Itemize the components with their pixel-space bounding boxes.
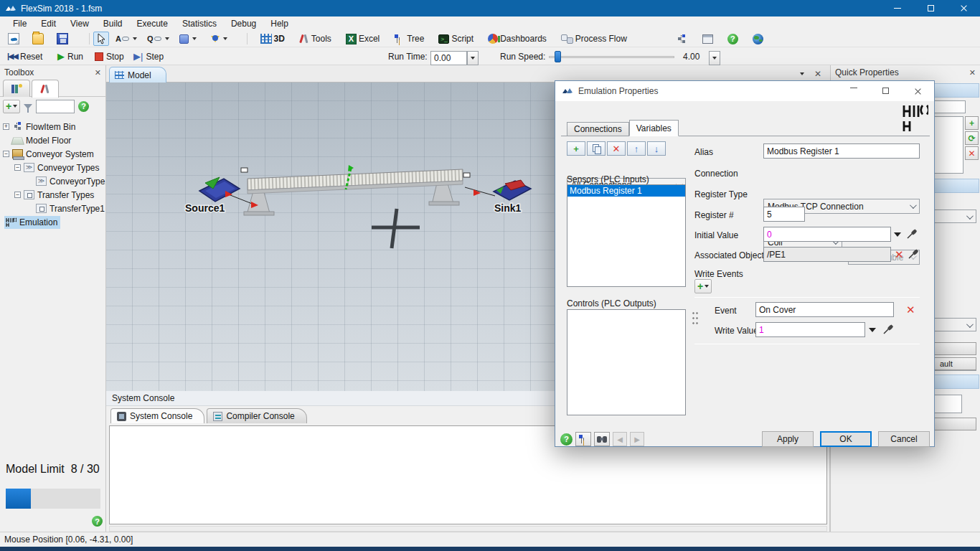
toolbox-tab-library[interactable] — [3, 80, 30, 97]
nav-back-button[interactable]: ◀ — [613, 432, 627, 446]
qp-delete-button[interactable]: ✕ — [965, 146, 979, 160]
tab-variables[interactable]: Variables — [629, 120, 679, 136]
event-input[interactable]: On Cover — [755, 302, 894, 317]
tree-item-transfer-types[interactable]: − Transfer Types — [0, 188, 105, 202]
tab-connections[interactable]: Connections — [567, 122, 629, 136]
conveyor[interactable] — [248, 169, 463, 194]
write-value-sampler-icon[interactable] — [882, 323, 895, 335]
reset-button[interactable]: |◀◀ Reset — [7, 47, 42, 65]
3d-view-button[interactable]: 3D — [257, 32, 288, 46]
help-button[interactable]: ? — [724, 32, 742, 46]
script-button[interactable]: >_ Script — [435, 32, 477, 46]
move-up-button[interactable]: ↑ — [627, 141, 646, 156]
find-button[interactable] — [594, 432, 610, 446]
run-time-input[interactable]: 0.00 — [430, 51, 467, 65]
expander-minus-icon[interactable]: − — [3, 151, 9, 157]
open-button[interactable] — [29, 32, 47, 46]
apply-button[interactable]: Apply — [762, 431, 814, 447]
menu-execute[interactable]: Execute — [130, 17, 175, 30]
expander-minus-icon[interactable]: − — [14, 192, 21, 198]
initial-value-dropdown-icon[interactable] — [894, 232, 901, 237]
sink1-object[interactable] — [465, 180, 531, 200]
copy-variable-button[interactable] — [587, 141, 606, 156]
move-down-button[interactable]: ↓ — [647, 141, 666, 156]
minimize-button[interactable] — [881, 0, 914, 17]
initial-value-input[interactable]: 0 — [763, 227, 891, 242]
tree-item-conveyor-types[interactable]: − ≫ Conveyor Types — [0, 161, 105, 174]
quick-properties-close-icon[interactable]: ✕ — [969, 68, 976, 77]
menu-build[interactable]: Build — [96, 17, 130, 30]
stop-button[interactable]: Stop — [95, 47, 124, 65]
tree-item-emulation[interactable]: Emulation — [0, 215, 105, 229]
maximize-button[interactable] — [914, 0, 947, 17]
register-number-input[interactable]: 5 — [763, 207, 805, 222]
controls-listbox[interactable] — [567, 309, 686, 415]
console-horizontal-scrollbar[interactable] — [109, 526, 827, 532]
tree-item-conveyor-system[interactable]: − Conveyor System — [0, 147, 105, 161]
online-content-button[interactable] — [749, 32, 767, 46]
connect-objects-button[interactable]: A — [112, 32, 141, 46]
ok-button[interactable]: OK — [820, 431, 872, 447]
associated-object-input[interactable]: /PE1 — [763, 247, 891, 262]
event-drag-handle[interactable] — [692, 311, 698, 326]
toolbox-help-icon[interactable]: ? — [78, 101, 89, 112]
nav-forward-button[interactable]: ▶ — [630, 432, 644, 446]
qp-add-button[interactable]: + — [965, 116, 979, 130]
model-view-tab[interactable]: Model — [109, 67, 166, 83]
tree-item-flowitem-bin[interactable]: + FlowItem Bin — [0, 120, 105, 133]
toolbox-close-icon[interactable]: ✕ — [95, 68, 101, 77]
excel-button[interactable]: X Excel — [342, 32, 383, 46]
tree-item-transfertype1[interactable]: TransferType1 — [0, 202, 105, 215]
new-model-button[interactable] — [4, 32, 23, 46]
write-value-input[interactable]: 1 — [755, 322, 865, 337]
menu-help[interactable]: Help — [263, 17, 296, 30]
color-button[interactable] — [176, 32, 200, 46]
dashboards-button[interactable]: Dashboards — [484, 32, 550, 46]
menu-debug[interactable]: Debug — [224, 17, 263, 30]
run-speed-slider-thumb[interactable] — [555, 51, 561, 62]
sensor-list-item[interactable]: Modbus Register 1 — [567, 185, 685, 197]
highlight-tool-button[interactable] — [203, 32, 231, 46]
save-button[interactable] — [53, 32, 72, 46]
tools-button[interactable]: Tools — [296, 32, 335, 46]
run-speed-dropdown-button[interactable] — [709, 51, 720, 65]
cancel-button[interactable]: Cancel — [878, 431, 930, 447]
close-view-icon[interactable]: ✕ — [814, 69, 821, 79]
connect-center-ports-button[interactable]: Q — [143, 32, 173, 46]
compiler-console-tab[interactable]: Compiler Console — [207, 408, 306, 423]
associated-object-sampler-icon[interactable] — [908, 248, 920, 260]
dialog-help-icon[interactable]: ? — [560, 433, 573, 446]
add-variable-button[interactable]: + — [567, 141, 585, 156]
run-speed-slider-track[interactable] — [549, 56, 674, 58]
pointer-tool-button[interactable] — [93, 32, 109, 46]
dialog-minimize-button[interactable] — [837, 88, 870, 88]
menu-view[interactable]: View — [63, 17, 96, 30]
tree-item-conveyortype1[interactable]: ≫ ConveyorType1 — [0, 174, 105, 188]
tree-item-model-floor[interactable]: Model Floor — [0, 133, 105, 147]
tab-list-dropdown-icon[interactable] — [800, 72, 804, 75]
menu-file[interactable]: File — [6, 17, 34, 30]
step-button[interactable]: ▶| Step — [133, 47, 164, 65]
expander-plus-icon[interactable]: + — [3, 123, 9, 130]
toolbox-filter-input[interactable] — [36, 100, 75, 113]
process-flow-button[interactable]: Process Flow — [557, 32, 631, 46]
windows-button[interactable] — [699, 32, 717, 46]
toolbox-add-button[interactable]: + — [3, 100, 20, 113]
open-tree-button[interactable] — [575, 432, 591, 446]
write-value-dropdown-icon[interactable] — [869, 328, 876, 332]
system-console-tab[interactable]: System Console — [110, 408, 204, 423]
model-limit-help-icon[interactable]: ? — [92, 516, 103, 527]
qp-refresh-button[interactable]: ⟳ — [965, 131, 979, 145]
event-delete-icon[interactable]: ✕ — [906, 304, 915, 315]
close-button[interactable] — [947, 0, 980, 17]
delete-variable-button[interactable]: ✕ — [607, 141, 626, 156]
associated-object-clear-icon[interactable]: ✕ — [895, 249, 904, 260]
dialog-maximize-button[interactable] — [870, 88, 902, 94]
run-time-dropdown-button[interactable] — [467, 51, 479, 65]
alias-input[interactable]: Modbus Register 1 — [763, 143, 920, 159]
model-tree-button[interactable] — [674, 32, 692, 46]
dialog-close-button[interactable] — [902, 88, 934, 95]
tree-button[interactable]: Tree — [390, 32, 428, 46]
sensors-listbox[interactable]: Modbus Register 1 — [567, 184, 686, 287]
toolbox-tab-tools[interactable] — [32, 80, 59, 98]
